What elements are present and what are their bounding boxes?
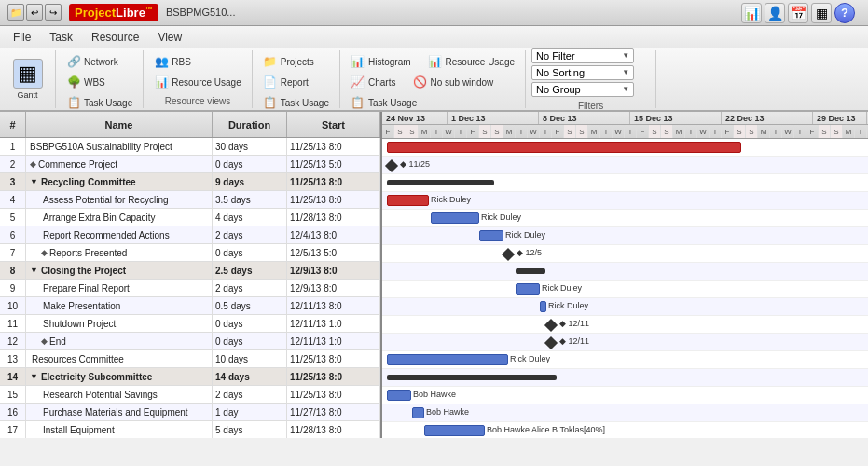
histogram-icon: 📊 [351, 54, 365, 69]
milestone-icon: ◆ [41, 336, 48, 346]
table-row[interactable]: 5 Arrange Extra Bin Capacity 4 days 11/2… [0, 209, 380, 226]
gantt-bar-label: Rick Duley [505, 230, 545, 240]
charts-button[interactable]: 📈 Charts [346, 73, 400, 91]
gantt-panel: 24 Nov 131 Dec 138 Dec 1315 Dec 1322 Dec… [382, 112, 868, 438]
table-row[interactable]: 14 ▼ Electricity Subcommittee 14 days 11… [0, 368, 380, 386]
table-row[interactable]: 8 ▼ Closing the Project 2.5 days 12/9/13… [0, 262, 380, 280]
window-icon-2[interactable]: ↩ [26, 4, 43, 21]
main-content: # Name Duration Start 1 BSBPG510A Sustai… [0, 112, 868, 438]
row-name: Install Equipment [43, 425, 115, 435]
gantt-day-cell: F [637, 125, 649, 138]
row-start-cell: 11/28/13 8:0 [287, 209, 380, 226]
table-row[interactable]: 1 BSBPG510A Sustainability Project 30 da… [0, 138, 380, 156]
resource-usage-button[interactable]: 📊 Resource Usage [149, 73, 245, 91]
col-start-label: Start [322, 119, 345, 130]
other-views-group: 📁 Projects 📄 Report 📋 Task Usage [258, 52, 334, 112]
table-row[interactable]: 15 Research Potential Savings 2 days 11/… [0, 386, 380, 404]
row-name: BSBPG510A Sustainability Project [30, 142, 172, 152]
title-bar-left: 📁 ↩ ↪ ProjectLibre™ BSBPMG510... [7, 4, 235, 21]
gantt-bar-label: Rick Duley [542, 283, 582, 293]
no-sorting-dropdown[interactable]: No Sorting ▼ [531, 65, 634, 80]
table-row[interactable]: 4 Assess Potential for Recycling 3.5 day… [0, 191, 380, 209]
chart-icon-1[interactable]: 📊 [741, 3, 762, 23]
other-task-usage-button[interactable]: 📋 Task Usage [258, 93, 334, 112]
table-row[interactable]: 3 ▼ Recycling Committee 9 days 11/25/13 … [0, 173, 380, 191]
gantt-day-cell: F [382, 125, 394, 138]
gantt-row: Rick Duley [382, 210, 868, 227]
gantt-row: ◆ 12/5 [382, 245, 868, 263]
col-header-start[interactable]: Start [287, 112, 380, 137]
table-row[interactable]: 9 Prepare Final Report 2 days 12/9/13 8:… [0, 280, 380, 297]
other-task-usage-label: Task Usage [281, 98, 329, 108]
table-header: # Name Duration Start [0, 112, 380, 138]
gantt-days-row: FSSMTWTFSSMTWTFSSMTWTFSSMTWTFSSMTWTFSSMT [382, 125, 868, 138]
report-button[interactable]: 📄 Report [258, 73, 334, 91]
resource-views-section: 👥 RBS 📊 Resource Usage Resource views [144, 50, 252, 108]
row-name: Prepare Final Report [43, 283, 130, 294]
row-name: Shutdown Project [43, 319, 116, 329]
table-row[interactable]: 13 Resources Committee 10 days 11/25/13 … [0, 350, 380, 368]
menu-view[interactable]: View [148, 28, 191, 47]
table-row[interactable]: 7 ◆ Reports Presented 0 days 12/5/13 5:0 [0, 244, 380, 262]
row-start-cell: 11/28/13 8:0 [287, 421, 380, 438]
window-icon-1[interactable]: 📁 [7, 4, 24, 21]
row-start-cell: 12/9/13 8:0 [287, 262, 380, 279]
no-sub-window-button[interactable]: 🚫 No sub window [407, 73, 498, 91]
gantt-day-cell: S [491, 125, 503, 138]
calendar-icon[interactable]: 📅 [788, 3, 808, 23]
histogram-label: Histogram [368, 57, 411, 67]
resource-usage-sub-button[interactable]: 📊 Resource Usage [423, 52, 519, 71]
table-row[interactable]: 2 ◆ Commence Project 0 days 11/25/13 5:0 [0, 156, 380, 173]
table-row[interactable]: 10 Make Presentation 0.5 days 12/11/13 8… [0, 297, 380, 315]
rbs-icon: 👥 [154, 54, 169, 69]
histogram-button[interactable]: 📊 Histogram [346, 52, 416, 71]
menu-resource[interactable]: Resource [82, 28, 148, 47]
window-icon-3[interactable]: ↪ [45, 4, 62, 21]
gantt-day-cell: S [479, 125, 491, 138]
person-icon[interactable]: 👤 [765, 3, 785, 23]
help-button[interactable]: ? [834, 3, 855, 23]
gantt-row: Rick Duley [382, 227, 868, 245]
no-filter-dropdown[interactable]: No Filter ▼ [531, 48, 634, 63]
gantt-row: Rick Duley [382, 281, 868, 298]
milestone-icon: ◆ [41, 248, 48, 257]
gantt-day-cell: T [455, 125, 467, 138]
table-row[interactable]: 17 Install Equipment 5 days 11/28/13 8:0 [0, 421, 380, 438]
table-row[interactable]: 6 Report Recommended Actions 2 days 12/4… [0, 226, 380, 244]
col-id-label: # [9, 119, 15, 130]
projects-button[interactable]: 📁 Projects [258, 52, 334, 71]
table-row[interactable]: 16 Purchase Materials and Equipment 1 da… [0, 404, 380, 421]
gantt-icon[interactable]: ▦ [811, 3, 832, 23]
row-dur-cell: 0 days [213, 244, 287, 261]
col-header-duration[interactable]: Duration [213, 112, 287, 137]
sub-task-usage-button[interactable]: 📋 Task Usage [346, 93, 421, 112]
gantt-row: Bob Hawke Alice B Toklas[40%] [382, 422, 868, 438]
menu-task[interactable]: Task [40, 28, 82, 47]
col-header-id: # [0, 112, 26, 137]
task-table-panel: # Name Duration Start 1 BSBPG510A Sustai… [0, 112, 382, 438]
row-start-cell: 11/25/13 8:0 [287, 138, 380, 155]
gantt-milestone-diamond [544, 336, 558, 350]
row-id-cell: 6 [0, 226, 26, 243]
gantt-row [382, 263, 868, 281]
no-filter-label: No Filter [536, 50, 575, 62]
network-button[interactable]: 🔗 Network [62, 52, 137, 71]
table-row[interactable]: 12 ◆ End 0 days 12/11/13 1:0 [0, 333, 380, 350]
gantt-button[interactable]: ▦ Gantt [7, 56, 49, 103]
col-header-name[interactable]: Name [26, 112, 213, 137]
row-start-cell: 12/11/13 1:0 [287, 315, 380, 332]
group-icon: ▼ [30, 177, 38, 186]
row-name-cell: Arrange Extra Bin Capacity [26, 209, 213, 226]
row-id-cell: 11 [0, 315, 26, 332]
gantt-day-cell: S [734, 125, 746, 138]
row-dur-cell: 14 days [213, 368, 287, 385]
rbs-button[interactable]: 👥 RBS [149, 52, 245, 71]
row-id-cell: 12 [0, 333, 26, 350]
no-group-dropdown[interactable]: No Group ▼ [531, 82, 634, 97]
row-name-cell: Report Recommended Actions [26, 226, 213, 243]
wbs-button[interactable]: 🌳 WBS [62, 73, 137, 91]
row-name: Purchase Materials and Equipment [43, 407, 188, 418]
task-usage-button[interactable]: 📋 Task Usage [62, 93, 137, 112]
menu-file[interactable]: File [4, 28, 40, 47]
table-row[interactable]: 11 Shutdown Project 0 days 12/11/13 1:0 [0, 315, 380, 333]
